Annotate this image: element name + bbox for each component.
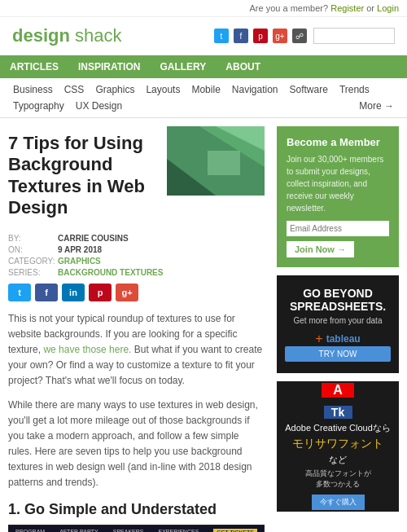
article-sidebar: Become a Member Join our 30,000+ members… [277,126,399,532]
member-body: Join our 30,000+ members to submit your … [287,153,389,214]
adobe-ad: A Tk Adobe Creative Cloudなら モリサワフォント など … [277,381,399,512]
share-linkedin-btn[interactable]: in [62,284,85,301]
logo-shack: shack [70,25,122,46]
nav-mobile[interactable]: Mobile [186,82,225,97]
top-bar: Are you a member? Register or Login [0,0,407,17]
meta-on-row: ON: 9 APR 2018 [8,245,265,254]
nav-business[interactable]: Business [8,82,58,97]
article-title-area: 7 Tips for Using Background Textures in … [8,126,159,227]
meta-cat-value: GRAPHICS [58,257,101,266]
nav-about[interactable]: ABOUT [216,55,270,78]
tableau-logo-bar: + tableau [285,332,391,346]
hero-svg [167,126,265,196]
article-meta: BY: CARRIE COUSINS ON: 9 APR 2018 CATEGO… [8,234,265,277]
rss-header-icon[interactable]: ☍ [292,29,307,43]
gplus-header-icon[interactable]: g+ [273,29,287,43]
meta-on-value: 9 APR 2018 [58,245,102,254]
main-layout: 7 Tips for Using Background Textures in … [0,118,407,532]
join-now-btn[interactable]: Join Now → [287,241,354,257]
primary-nav: ARTICLES INSPIRATION GALLERY ABOUT [0,55,407,78]
universe-image: PROGRAM AFTER PARTY SPEAKERS EXPERIENCES… [8,525,265,532]
tableau-ad: GO BEYOND SPREADSHEETS. Get more from yo… [277,275,399,373]
article-section-title: 1. Go Simple and Understated [8,501,265,518]
universe-top-nav: PROGRAM AFTER PARTY SPEAKERS EXPERIENCES… [9,525,264,532]
share-twitter-btn[interactable]: t [8,284,31,301]
nav-trends[interactable]: Trends [335,82,374,97]
topbar-text: Are you a member? [250,3,329,13]
tableau-logo-text: tableau [326,333,361,345]
become-member-widget: Become a Member Join our 30,000+ members… [277,126,399,267]
adobe-title: Adobe Creative Cloudなら [285,422,391,434]
search-input[interactable] [313,28,395,44]
login-link[interactable]: Login [377,3,399,13]
pinterest-header-icon[interactable]: p [253,29,268,43]
adobe-japanese-text: モリサワフォント [292,437,383,451]
meta-series-row: SERIES: BACKGROUND TEXTURES [8,268,265,277]
nav-software[interactable]: Software [285,82,333,97]
adobe-suffix: など [329,454,347,466]
adobe-tk-label: Tk [331,406,344,419]
meta-cat-row: CATEGORY: GRAPHICS [8,257,265,266]
article-content: 7 Tips for Using Background Textures in … [8,126,277,532]
member-email-input[interactable] [287,221,389,236]
meta-series-label: SERIES: [8,268,53,277]
meta-cat-label: CATEGORY: [8,257,53,266]
logo-design: design [12,25,70,46]
nav-navigation[interactable]: Navigation [227,82,283,97]
adobe-icon: A [322,383,354,398]
site-logo[interactable]: design shack [12,25,122,46]
universe-nav-program: PROGRAM [15,529,45,532]
article-header-row: 7 Tips for Using Background Textures in … [8,126,265,227]
article-intro: This is not your typical roundup of text… [8,311,265,389]
share-pinterest-btn[interactable]: p [89,284,112,301]
nav-inspiration[interactable]: INSPIRATION [68,55,150,78]
twitter-header-icon[interactable]: t [214,29,229,43]
adobe-tk-box: Tk [324,406,352,419]
universe-nav-speakers: SPEAKERS [113,529,144,532]
share-gplus-btn[interactable]: g+ [116,284,138,301]
tableau-ad-sub: Get more from your data [285,316,391,325]
universe-nav-exp: EXPERIENCES [159,529,199,532]
meta-by-value: CARRIE COUSINS [58,234,129,243]
site-header: design shack t f p g+ ☍ [0,17,407,55]
facebook-header-icon[interactable]: f [234,29,248,43]
header-right: t f p g+ ☍ [214,28,395,44]
nav-gallery[interactable]: GALLERY [150,55,216,78]
header-social-icons: t f p g+ ☍ [214,29,307,43]
tableau-try-btn[interactable]: TRY NOW [285,346,391,362]
member-title: Become a Member [287,136,389,148]
nav-layouts[interactable]: Layouts [141,82,185,97]
universe-nav-cta[interactable]: GET TICKETS [213,529,257,532]
social-share-bar: t f in p g+ [8,284,265,301]
adobe-buy-btn[interactable]: 今すぐ購入 [312,495,365,510]
nav-css[interactable]: CSS [59,82,90,97]
article-body: While there are many ways to use texture… [8,398,265,491]
meta-by-row: BY: CARRIE COUSINS [8,234,265,243]
nav-more[interactable]: More → [354,99,399,113]
intro-link[interactable]: we have those here. [43,344,131,355]
meta-on-label: ON: [8,245,53,254]
nav-graphics[interactable]: Graphics [90,82,139,97]
secondary-nav: Business CSS Graphics Layouts Mobile Nav… [0,78,407,118]
register-link[interactable]: Register [330,3,364,13]
article-hero-image [167,126,265,227]
svg-rect-5 [208,151,240,175]
nav-typography[interactable]: Typography [8,99,69,113]
universe-nav-after: AFTER PARTY [59,529,98,532]
meta-by-label: BY: [8,234,53,243]
article-title: 7 Tips for Using Background Textures in … [8,133,159,219]
meta-series-value: BACKGROUND TEXTURES [58,268,163,277]
share-facebook-btn[interactable]: f [35,284,58,301]
nav-ux-design[interactable]: UX Design [71,99,127,113]
topbar-or: or [366,3,377,13]
tableau-plus-icon: + [315,332,322,346]
nav-articles[interactable]: ARTICLES [0,55,68,78]
tableau-ad-title: GO BEYOND SPREADSHEETS. [285,287,391,313]
adobe-sub: 高品質なフォントが多数つかえる [305,468,371,490]
